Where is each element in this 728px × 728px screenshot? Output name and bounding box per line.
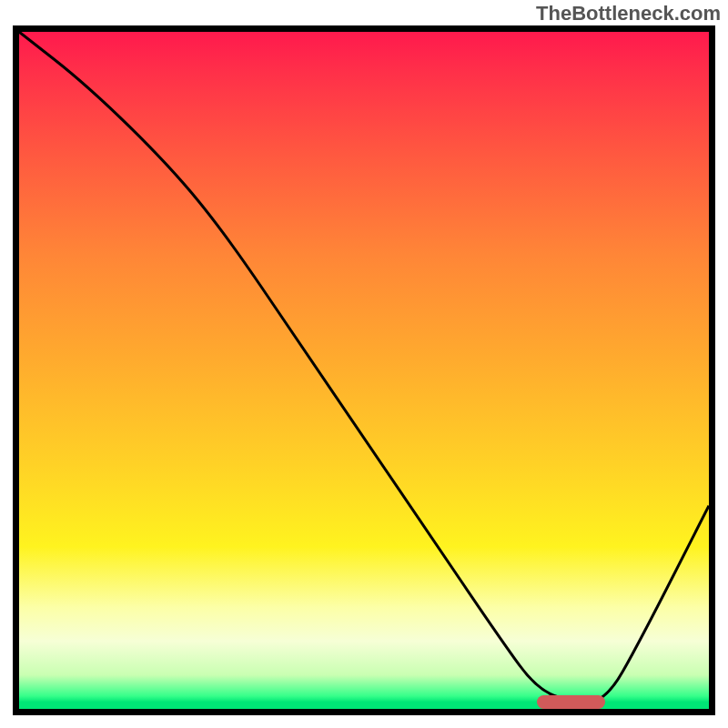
chart-container: TheBottleneck.com	[0, 0, 728, 728]
chart-frame	[13, 25, 715, 715]
plot-area	[19, 32, 709, 709]
watermark-label: TheBottleneck.com	[536, 2, 721, 25]
curve-path	[19, 32, 709, 703]
optimal-range-marker	[537, 695, 606, 709]
bottleneck-curve	[19, 32, 709, 709]
